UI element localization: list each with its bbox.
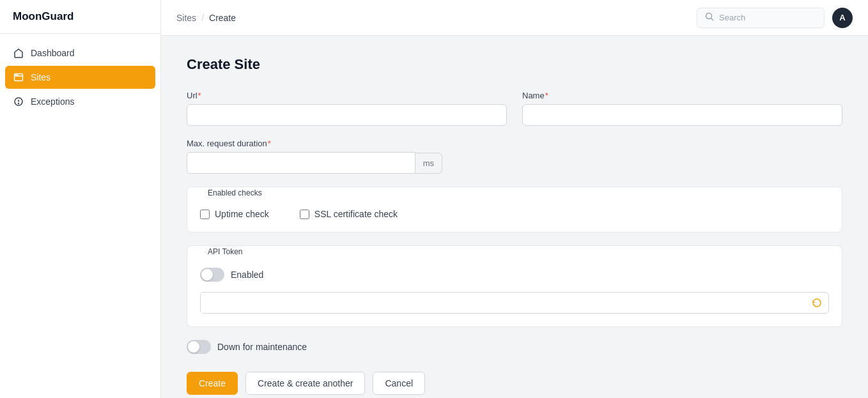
name-input[interactable] xyxy=(522,104,842,126)
topbar-right: A xyxy=(697,8,853,28)
name-required: * xyxy=(545,91,548,100)
sidebar-item-exceptions-label: Exceptions xyxy=(31,96,74,107)
api-token-input-wrapper xyxy=(200,292,829,314)
exceptions-icon xyxy=(13,96,24,107)
uptime-check-item[interactable]: Uptime check xyxy=(200,209,269,219)
api-token-box: API Token Enabled xyxy=(187,245,842,327)
sidebar-item-sites-label: Sites xyxy=(31,72,50,82)
sidebar: MoonGuard Dashboard Sites xyxy=(0,0,161,398)
url-name-row: Url* Name* xyxy=(187,91,842,126)
api-token-legend: API Token xyxy=(203,247,247,256)
ssl-check-checkbox[interactable] xyxy=(300,210,309,219)
svg-point-2 xyxy=(17,75,18,75)
search-box[interactable] xyxy=(697,8,825,28)
breadcrumb-current: Create xyxy=(209,13,236,23)
create-another-button[interactable]: Create & create another xyxy=(245,372,365,395)
maintenance-row: Down for maintenance xyxy=(187,340,842,354)
api-token-toggle-row: Enabled xyxy=(200,268,829,282)
enabled-checks-content: Uptime check SSL certificate check xyxy=(187,199,842,232)
breadcrumb-parent[interactable]: Sites xyxy=(176,13,196,23)
search-input[interactable] xyxy=(719,13,816,22)
api-token-input[interactable] xyxy=(201,293,805,313)
api-token-refresh-button[interactable] xyxy=(805,293,828,313)
maintenance-toggle[interactable] xyxy=(187,340,211,354)
home-icon xyxy=(13,47,24,59)
search-icon xyxy=(705,12,714,24)
breadcrumb: Sites / Create xyxy=(176,13,236,23)
main-area: Sites / Create A Create Site xyxy=(161,0,868,398)
cancel-button[interactable]: Cancel xyxy=(373,372,425,395)
maintenance-label: Down for maintenance xyxy=(217,342,307,352)
enabled-checks-box: Enabled checks Uptime check SSL certific… xyxy=(187,187,842,233)
max-duration-input[interactable]: 1000 xyxy=(187,152,415,174)
svg-point-1 xyxy=(16,75,17,75)
url-required: * xyxy=(198,91,201,100)
sidebar-item-sites[interactable]: Sites xyxy=(5,66,155,89)
ssl-check-label: SSL certificate check xyxy=(314,209,398,219)
name-label: Name* xyxy=(522,91,842,100)
uptime-check-checkbox[interactable] xyxy=(200,210,210,219)
url-label: Url* xyxy=(187,91,507,100)
url-input[interactable] xyxy=(187,104,507,126)
ssl-check-item[interactable]: SSL certificate check xyxy=(300,209,398,219)
max-duration-required: * xyxy=(268,139,271,148)
max-duration-label: Max. request duration* xyxy=(187,139,442,148)
max-duration-group: Max. request duration* 1000 ms xyxy=(187,139,442,174)
buttons-row: Create Create & create another Cancel xyxy=(187,372,842,395)
breadcrumb-separator: / xyxy=(201,13,204,23)
max-duration-input-row: 1000 ms xyxy=(187,152,442,174)
avatar[interactable]: A xyxy=(832,8,853,28)
sidebar-item-dashboard[interactable]: Dashboard xyxy=(5,42,155,65)
max-duration-suffix: ms xyxy=(415,153,442,174)
sidebar-nav: Dashboard Sites Exception xyxy=(0,34,160,121)
create-button[interactable]: Create xyxy=(187,372,238,395)
sites-icon xyxy=(13,72,24,83)
checks-row: Uptime check SSL certificate check xyxy=(200,209,829,219)
svg-point-5 xyxy=(706,13,712,19)
topbar: Sites / Create A xyxy=(161,0,868,36)
uptime-check-label: Uptime check xyxy=(215,209,269,219)
url-field-group: Url* xyxy=(187,91,507,126)
svg-point-4 xyxy=(19,103,19,104)
name-field-group: Name* xyxy=(522,91,842,126)
api-token-toggle[interactable] xyxy=(200,268,224,282)
app-logo: MoonGuard xyxy=(0,0,160,34)
sidebar-item-exceptions[interactable]: Exceptions xyxy=(5,90,155,113)
api-token-content: Enabled xyxy=(187,257,842,326)
page-title: Create Site xyxy=(187,56,842,73)
api-token-enabled-label: Enabled xyxy=(231,270,263,280)
sidebar-item-dashboard-label: Dashboard xyxy=(31,48,75,58)
enabled-checks-legend: Enabled checks xyxy=(203,188,267,197)
content-area: Create Site Url* Name* Max. request dura… xyxy=(161,36,868,398)
